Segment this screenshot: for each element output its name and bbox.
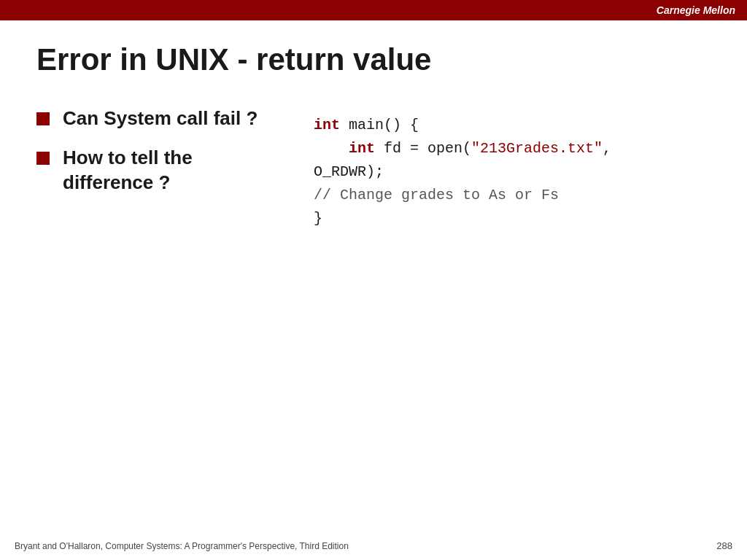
footer-citation: Bryant and O'Hallaron, Computer Systems:… — [15, 541, 349, 551]
bullet-text-2: How to tell the difference ? — [63, 146, 270, 195]
code-line-2: int fd = open("213Grades.txt", — [314, 137, 711, 160]
code-block: int main() { int fd = open("213Grades.tx… — [314, 106, 711, 230]
footer: Bryant and O'Hallaron, Computer Systems:… — [0, 540, 747, 551]
list-item: Can System call fail ? — [36, 106, 270, 131]
top-bar: Carnegie Mellon — [0, 0, 747, 20]
code-line-3: O_RDWR); — [314, 160, 711, 184]
code-line-5: } — [314, 207, 711, 230]
code-keyword-int2: int — [349, 140, 375, 157]
code-comment: // Change grades to As or Fs — [314, 187, 559, 203]
code-string-filename: "213Grades.txt" — [471, 140, 603, 157]
bullet-list: Can System call fail ? How to tell the d… — [36, 106, 270, 209]
footer-page-number: 288 — [716, 540, 732, 551]
code-text-2: fd = open( — [375, 140, 471, 157]
content-area: Can System call fail ? How to tell the d… — [36, 106, 711, 230]
code-text-3: O_RDWR); — [314, 163, 384, 180]
code-line-1: int main() { — [314, 114, 711, 137]
code-closing-brace: } — [314, 210, 322, 227]
code-text-1: main() { — [340, 117, 419, 133]
code-keyword-int1: int — [314, 117, 340, 133]
main-content: Error in UNIX - return value Can System … — [0, 20, 747, 230]
code-text-2b: , — [603, 140, 611, 157]
university-title: Carnegie Mellon — [657, 4, 735, 16]
bullet-text-1: Can System call fail ? — [63, 106, 270, 131]
bullet-square-icon — [36, 152, 50, 165]
list-item: How to tell the difference ? — [36, 146, 270, 195]
code-line-4: // Change grades to As or Fs — [314, 184, 711, 207]
slide-title: Error in UNIX - return value — [36, 42, 711, 77]
bullet-square-icon — [36, 112, 50, 125]
